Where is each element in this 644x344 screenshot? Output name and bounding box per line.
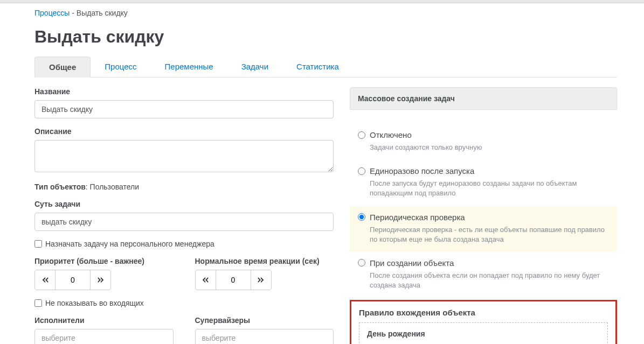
right-column: Массовое создание задач Отключено Задачи… [350,87,617,344]
executors-select[interactable]: выберите [34,329,174,344]
tab-general[interactable]: Общее [34,57,91,78]
desc-textarea[interactable] [34,140,334,172]
object-type-label: Тип объектов [34,182,86,191]
object-type-row: Тип объектов: Пользователи [34,182,334,191]
breadcrumb-current: Выдать скидку [77,9,128,17]
desc-label: Описание [34,127,334,136]
mass-option-periodic: Периодическая проверка Периодическая про… [350,206,617,252]
breadcrumb-sep: - [72,9,77,17]
essence-label: Суть задачи [34,200,334,208]
priority-decrease-button[interactable] [35,270,56,290]
priority-stepper [34,270,111,290]
mass-label-periodic: Периодическая проверка [370,213,465,222]
supervisors-select[interactable]: выберите [195,329,334,344]
hide-inbox-label: Не показывать во входящих [45,299,144,307]
name-label: Название [34,87,334,96]
mass-desc-periodic: Периодическая проверка - есть ли еще объ… [370,225,609,244]
reaction-stepper [195,270,272,290]
breadcrumb-link[interactable]: Процессы [34,9,70,17]
object-type-value: Пользователи [90,182,139,191]
double-chevron-right-icon [257,276,265,284]
mass-option-disabled: Отключено Задачи создаются только вручну… [350,124,617,160]
assign-personal-label: Назначать задачу на персонального менедж… [45,240,214,248]
executors-label: Исполнители [34,316,174,325]
name-input[interactable] [34,100,334,118]
tabs: Общее Процесс Переменные Задачи Статисти… [34,57,617,78]
mass-desc-once: После запуска будут единоразово созданы … [370,179,609,198]
reaction-input[interactable] [216,270,251,290]
tab-process[interactable]: Процесс [91,57,150,77]
tab-tasks[interactable]: Задачи [227,57,282,77]
reaction-decrease-button[interactable] [196,270,216,290]
mass-label-oncreate: При создании объекта [370,258,454,268]
left-column: Название Описание Тип объектов: Пользова… [34,87,334,344]
mass-radio-once[interactable] [358,167,365,175]
tab-variables[interactable]: Переменные [151,57,227,77]
mass-panel-title: Массовое создание задач [350,87,617,110]
mass-radio-oncreate[interactable] [358,259,365,266]
mass-radio-disabled[interactable] [358,131,365,139]
mass-label-disabled: Отключено [370,130,412,139]
rule-field-title: День рождения [367,329,600,338]
double-chevron-left-icon [202,276,209,284]
mass-option-once: Единоразово после запуска После запуска … [350,160,617,206]
double-chevron-left-icon [41,276,49,284]
hide-inbox-checkbox[interactable] [34,299,42,307]
priority-increase-button[interactable] [90,270,110,290]
rule-panel: Правило вхождения объекта День рождения … [350,300,617,344]
mass-desc-disabled: Задачи создаются только вручную [370,143,609,152]
essence-input[interactable] [34,213,334,231]
tab-statistics[interactable]: Статистика [282,57,353,77]
reaction-increase-button[interactable] [251,270,271,290]
priority-input[interactable] [56,270,90,290]
double-chevron-right-icon [97,276,105,284]
mass-option-oncreate: При создании объекта После создания объе… [350,252,617,298]
mass-radio-periodic[interactable] [358,213,365,221]
priority-label: Приоритет (больше - важнее) [34,257,174,265]
reaction-label: Нормальное время реакции (сек) [195,257,334,265]
assign-personal-checkbox[interactable] [34,240,42,248]
breadcrumb: Процессы - Выдать скидку [34,9,617,17]
mass-desc-oncreate: После создания объекта если он попадает … [370,271,609,290]
mass-label-once: Единоразово после запуска [370,166,474,175]
rule-panel-title: Правило вхождения объекта [359,308,608,317]
page-title: Выдать скидку [34,27,617,47]
rule-box: День рождения задано не задано значен [359,322,608,344]
supervisors-label: Супервайзеры [195,316,334,325]
